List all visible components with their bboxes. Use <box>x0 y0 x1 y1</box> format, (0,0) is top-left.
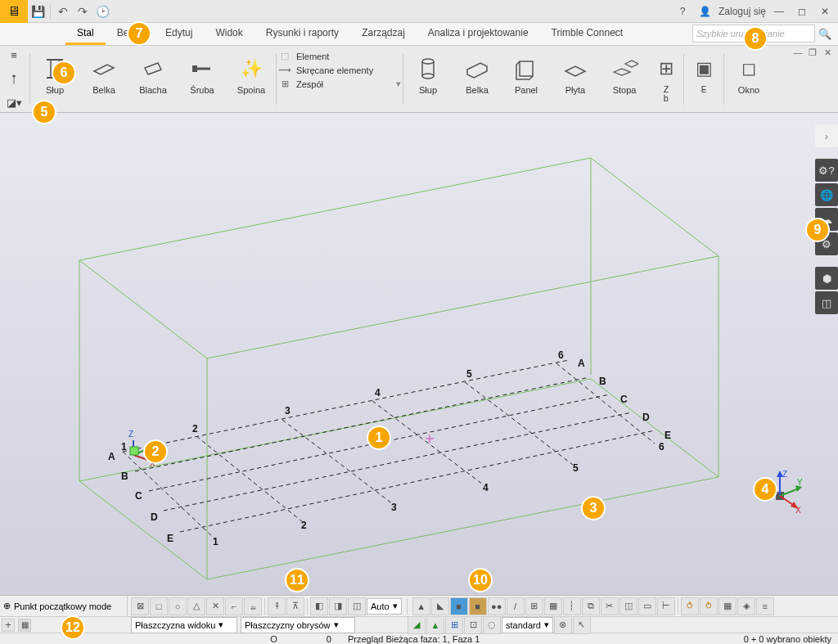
sel-8[interactable]: ▦ <box>544 597 562 615</box>
close-button[interactable]: ✕ <box>815 2 835 21</box>
snap-4[interactable]: △ <box>187 597 205 615</box>
sel-2[interactable]: ◣ <box>431 597 449 615</box>
undo-button[interactable]: ↶ <box>53 0 73 23</box>
sel-11[interactable]: ✂ <box>601 597 619 615</box>
auto-combo[interactable]: Auto ▾ <box>367 598 402 615</box>
save-button[interactable]: 💾 <box>28 0 47 23</box>
sel-15[interactable]: ⥀ <box>681 597 699 615</box>
snap-7[interactable]: ⏛ <box>244 597 262 615</box>
add-button[interactable]: + <box>2 619 15 632</box>
btn-zb[interactable]: ⊞Z b <box>652 51 680 103</box>
tab-stal[interactable]: Stal <box>65 22 106 45</box>
callout-8: 8 <box>743 26 768 51</box>
snap-5[interactable]: ✕ <box>206 597 224 615</box>
hamburger-button[interactable]: ≡ <box>2 46 25 65</box>
snap-12[interactable]: ◫ <box>348 597 366 615</box>
tab-zarzadzaj[interactable]: Zarządzaj <box>350 22 417 45</box>
redo-button[interactable]: ↷ <box>73 0 92 23</box>
ribbon-minimize-icon[interactable]: — <box>792 47 804 58</box>
tab-edytuj[interactable]: Edytuj <box>154 22 204 45</box>
btn-okno[interactable]: ◻Okno <box>728 51 770 95</box>
snap-3[interactable]: ○ <box>169 597 187 615</box>
svg-point-5 <box>422 59 434 64</box>
btn-plyta[interactable]: Płyta <box>554 51 597 95</box>
btn-belka-concrete[interactable]: Belka <box>456 51 498 95</box>
f3[interactable]: ⊞ <box>445 616 463 634</box>
sel-3[interactable]: ■ <box>450 597 468 615</box>
ribbon-restore-icon[interactable]: ❐ <box>807 47 818 58</box>
sel-13[interactable]: ▭ <box>638 597 656 615</box>
btn-panel[interactable]: Panel <box>505 51 547 95</box>
history-button[interactable]: 🕑 <box>92 0 112 23</box>
callout-3: 3 <box>581 496 606 520</box>
tab-trimble[interactable]: Trimble Connect <box>540 22 635 45</box>
svg-line-15 <box>196 436 303 522</box>
sel-6[interactable]: / <box>507 597 525 615</box>
f5[interactable]: ◌ <box>483 616 501 634</box>
origin-mode[interactable]: ⊕ Punkt początkowy mode <box>0 596 128 616</box>
sel-4[interactable]: ■ <box>469 597 487 615</box>
minimize-button[interactable]: — <box>769 2 789 21</box>
search-icon[interactable]: 🔍 <box>818 28 831 40</box>
viewport-3d[interactable]: 1 2 3 4 5 6 1 2 3 4 5 6 A B C D E A B C … <box>0 113 838 595</box>
btn-element[interactable]: ⬚Element <box>278 51 401 61</box>
f6[interactable]: ⊗ <box>554 616 572 634</box>
panel-expand-button[interactable]: › <box>815 124 838 147</box>
snap-10[interactable]: ◧ <box>310 597 328 615</box>
sel-14[interactable]: ⊢ <box>657 597 675 615</box>
app-logo[interactable]: 🖥 <box>0 0 28 23</box>
btn-frame[interactable]: ▣E <box>687 51 720 94</box>
sel-19[interactable]: ≡ <box>756 597 774 615</box>
snap-8[interactable]: ⤉ <box>268 597 286 615</box>
svg-text:D: D <box>151 511 158 523</box>
btn-blacha[interactable]: Blacha <box>132 51 174 95</box>
view-plane-combo[interactable]: Płaszczyzna widoku ▾ <box>131 617 237 633</box>
f2[interactable]: ▲ <box>426 616 444 634</box>
grid-btn[interactable]: ▦ <box>18 619 31 632</box>
snap-11[interactable]: ◨ <box>329 597 347 615</box>
snap-1[interactable]: ⊠ <box>131 597 149 615</box>
sel-9[interactable]: ┆ <box>563 597 581 615</box>
panel-cube-icon[interactable]: ⬢ <box>815 267 838 290</box>
maximize-button[interactable]: ◻ <box>792 2 812 21</box>
standard-combo[interactable]: standard ▾ <box>502 617 553 633</box>
sel-10[interactable]: ⧉ <box>582 597 600 615</box>
btn-spoina[interactable]: ✨Spoina <box>230 51 273 95</box>
tab-analiza[interactable]: Analiza i projektowanie <box>417 22 540 45</box>
f4[interactable]: ⊡ <box>464 616 482 634</box>
panel-globe-icon[interactable]: 🌐 <box>815 183 838 206</box>
tab-widok[interactable]: Widok <box>204 22 254 45</box>
svg-text:Y: Y <box>797 478 803 487</box>
svg-text:B: B <box>599 376 606 387</box>
sel-7[interactable]: ⊞ <box>525 597 543 615</box>
sel-17[interactable]: ▦ <box>719 597 737 615</box>
sel-18[interactable]: ◈ <box>737 597 755 615</box>
svg-line-13 <box>180 430 655 532</box>
f7[interactable]: ↖ <box>573 616 591 634</box>
btn-sruba[interactable]: Śruba <box>181 51 223 95</box>
help-button[interactable]: ? <box>673 2 692 21</box>
btn-slup-concrete[interactable]: Słup <box>407 51 449 95</box>
user-icon[interactable]: 👤 <box>696 2 715 21</box>
sel-12[interactable]: ◫ <box>619 597 638 615</box>
login-label[interactable]: Zaloguj się <box>719 6 766 17</box>
snap-9[interactable]: ⊼ <box>286 597 304 615</box>
select-tool[interactable]: ⭡ <box>2 70 25 88</box>
panel-shapes-icon[interactable]: ◫ <box>815 291 838 314</box>
component-tool[interactable]: ◪▾ <box>2 93 25 112</box>
outline-planes-combo[interactable]: Płaszczyzny obrysów ▾ <box>241 617 355 633</box>
sel-5[interactable]: ●● <box>488 597 506 615</box>
btn-skrecane[interactable]: ⟿Skręcane elementy <box>278 65 401 75</box>
snap-2[interactable]: □ <box>150 597 168 615</box>
btn-belka-steel[interactable]: Belka <box>83 51 125 95</box>
tab-rysunki[interactable]: Rysunki i raporty <box>255 22 350 45</box>
f1[interactable]: ◢ <box>408 616 426 634</box>
ribbon-close-icon[interactable]: ✕ <box>822 47 833 58</box>
svg-text:4: 4 <box>375 387 381 399</box>
panel-help-icon[interactable]: ⚙? <box>815 159 838 182</box>
sel-1[interactable]: ▲ <box>412 597 430 615</box>
btn-stopa[interactable]: Stopa <box>603 51 646 95</box>
btn-zespol[interactable]: ⊞Zespół▾ <box>278 79 401 89</box>
sel-16[interactable]: ⥁ <box>700 597 718 615</box>
snap-6[interactable]: ⌐ <box>225 597 243 615</box>
